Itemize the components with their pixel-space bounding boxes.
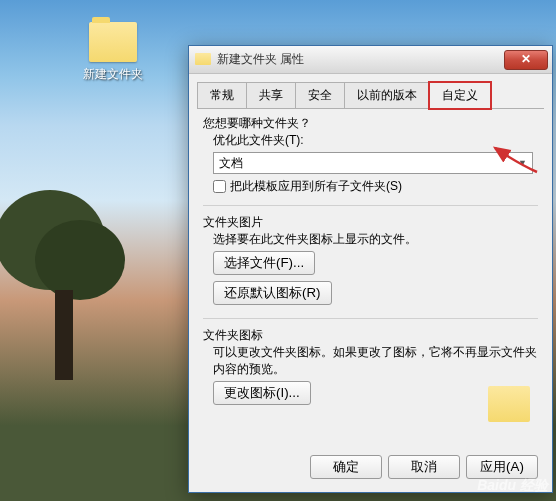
tab-previous-versions[interactable]: 以前的版本: [344, 82, 430, 108]
folder-picture-header: 文件夹图片: [203, 214, 538, 231]
tab-customize[interactable]: 自定义: [429, 82, 491, 109]
titlebar[interactable]: 新建文件夹 属性 ✕: [189, 46, 552, 74]
separator: [203, 318, 538, 319]
choose-file-button[interactable]: 选择文件(F)...: [213, 251, 315, 275]
desktop-folder-label: 新建文件夹: [78, 66, 148, 83]
svg-point-1: [35, 220, 125, 300]
tab-general[interactable]: 常规: [197, 82, 247, 108]
optimize-label: 优化此文件夹(T):: [213, 132, 538, 149]
cancel-button[interactable]: 取消: [388, 455, 460, 479]
tab-sharing[interactable]: 共享: [246, 82, 296, 108]
restore-default-button[interactable]: 还原默认图标(R): [213, 281, 332, 305]
titlebar-folder-icon: [195, 53, 211, 65]
apply-subfolders-label: 把此模板应用到所有子文件夹(S): [230, 178, 402, 195]
optimize-dropdown[interactable]: 文档 ▼: [213, 152, 533, 174]
properties-dialog: 新建文件夹 属性 ✕ 常规 共享 安全 以前的版本 自定义 您想要哪种文件夹？ …: [188, 45, 553, 493]
folder-icon: [89, 22, 137, 62]
desktop-folder-icon[interactable]: 新建文件夹: [78, 22, 148, 83]
tab-content: 您想要哪种文件夹？ 优化此文件夹(T): 文档 ▼ 把此模板应用到所有子文件夹(…: [189, 109, 552, 438]
folder-icon-header: 文件夹图标: [203, 327, 538, 344]
apply-button[interactable]: 应用(A): [466, 455, 538, 479]
separator: [203, 205, 538, 206]
tab-security[interactable]: 安全: [295, 82, 345, 108]
apply-subfolders-checkbox[interactable]: [213, 180, 226, 193]
apply-subfolders-row[interactable]: 把此模板应用到所有子文件夹(S): [213, 178, 538, 195]
close-button[interactable]: ✕: [504, 50, 548, 70]
chevron-down-icon: ▼: [518, 158, 527, 168]
optimize-question: 您想要哪种文件夹？: [203, 115, 538, 132]
icon-preview: [488, 386, 530, 422]
watermark: Baidu 经验: [477, 477, 548, 495]
tab-strip: 常规 共享 安全 以前的版本 自定义: [197, 82, 544, 109]
svg-rect-2: [55, 290, 73, 380]
optimize-value: 文档: [219, 155, 518, 172]
change-icon-button[interactable]: 更改图标(I)...: [213, 381, 311, 405]
folder-icon-desc: 可以更改文件夹图标。如果更改了图标，它将不再显示文件夹内容的预览。: [213, 344, 538, 378]
ok-button[interactable]: 确定: [310, 455, 382, 479]
folder-picture-desc: 选择要在此文件夹图标上显示的文件。: [213, 231, 538, 248]
dialog-title: 新建文件夹 属性: [217, 51, 504, 68]
wallpaper-tree: [0, 180, 140, 380]
